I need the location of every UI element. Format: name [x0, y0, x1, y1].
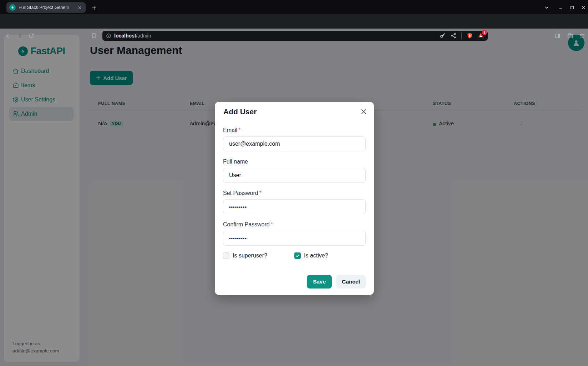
tab-bar: Full Stack Project Genera	[0, 0, 588, 14]
cancel-button[interactable]: Cancel	[336, 275, 366, 289]
toolbar-divider	[461, 32, 462, 39]
checkbox-row: Is superuser? Is active?	[223, 252, 366, 259]
reload-button[interactable]	[27, 31, 36, 40]
browser-chrome: Full Stack Project Genera	[0, 0, 588, 29]
chevron-down-icon	[544, 5, 549, 10]
required-marker: *	[238, 127, 240, 133]
close-icon	[581, 5, 586, 10]
full-name-label: Full name	[223, 158, 366, 165]
reload-icon	[29, 33, 34, 39]
back-arrow-icon	[5, 33, 11, 39]
side-panel-icon	[554, 33, 561, 39]
bookmark-icon	[91, 33, 97, 39]
sidebar-toggle-button[interactable]	[553, 31, 562, 40]
key-icon	[440, 33, 446, 39]
share-button[interactable]	[451, 33, 456, 39]
brave-shields-button[interactable]	[467, 32, 473, 39]
is-active-checkbox-group[interactable]: Is active?	[294, 252, 366, 259]
email-field[interactable]	[223, 136, 366, 151]
set-password-field[interactable]	[223, 199, 366, 214]
minimize-icon	[558, 5, 563, 10]
modal-buttons: Save Cancel	[223, 275, 366, 289]
rewards-notification-badge: 1	[482, 30, 487, 35]
modal-close-button[interactable]	[359, 107, 368, 116]
brave-rewards-button[interactable]: 1	[478, 32, 484, 40]
site-info-icon[interactable]	[106, 33, 111, 39]
is-active-label: Is active?	[304, 252, 328, 259]
address-bar[interactable]: localhost/admin 1	[102, 31, 488, 41]
maximize-icon	[570, 5, 574, 10]
window-minimize-button[interactable]	[556, 3, 566, 12]
is-superuser-label: Is superuser?	[233, 252, 267, 259]
wallet-icon	[567, 33, 573, 39]
required-marker: *	[271, 221, 273, 227]
bookmarks-button[interactable]	[90, 31, 98, 40]
check-icon	[295, 254, 300, 258]
full-name-field[interactable]	[223, 168, 366, 183]
required-marker: *	[259, 190, 262, 196]
tab-close-icon[interactable]	[76, 4, 83, 11]
navigation-bar: localhost/admin 1	[0, 14, 588, 29]
share-icon	[451, 33, 456, 39]
back-button[interactable]	[3, 31, 12, 40]
tab-favicon-bolt-icon	[9, 4, 16, 11]
close-icon	[360, 108, 367, 115]
save-button[interactable]: Save	[307, 275, 332, 289]
menu-button[interactable]	[578, 31, 586, 40]
brave-shield-icon	[467, 32, 473, 39]
new-tab-button[interactable]	[90, 4, 98, 12]
email-label: Email*	[223, 127, 366, 134]
add-user-modal: Add User Email* Full name Set Password* …	[215, 102, 374, 295]
forward-button[interactable]	[15, 31, 24, 40]
window-maximize-button[interactable]	[567, 3, 577, 12]
is-superuser-checkbox-group[interactable]: Is superuser?	[223, 252, 294, 259]
hamburger-icon	[579, 33, 585, 39]
url-path: /admin	[136, 33, 151, 39]
is-superuser-checkbox[interactable]	[223, 252, 229, 259]
url-host: localhost	[114, 33, 136, 39]
is-active-checkbox[interactable]	[294, 252, 301, 259]
password-key-button[interactable]	[440, 33, 446, 39]
confirm-password-field[interactable]	[223, 231, 366, 246]
browser-tab[interactable]: Full Stack Project Genera	[6, 2, 86, 13]
confirm-password-label: Confirm Password*	[223, 221, 366, 228]
wallet-button[interactable]	[566, 31, 574, 40]
window-close-button[interactable]	[579, 3, 588, 12]
url-text: localhost/admin	[114, 33, 151, 39]
forward-arrow-icon	[17, 33, 23, 39]
tab-title: Full Stack Project Genera	[19, 5, 76, 10]
tab-search-chevron-button[interactable]	[542, 3, 551, 12]
set-password-label: Set Password*	[223, 190, 366, 197]
plus-icon	[91, 5, 97, 11]
modal-title: Add User	[223, 107, 366, 116]
